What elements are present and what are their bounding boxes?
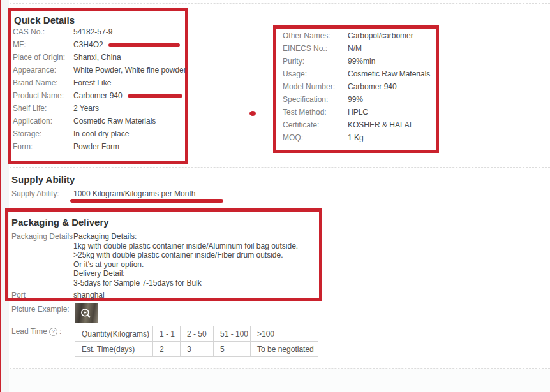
spec-row: Purity: 99%min bbox=[283, 55, 435, 68]
bottom-dashed-divider bbox=[10, 368, 550, 369]
red-dot-annotation bbox=[249, 111, 256, 116]
quick-details-right-rows: Other Names: Carbopol/carbomer EINECS No… bbox=[283, 29, 435, 144]
spec-value: Powder Form bbox=[73, 142, 119, 151]
spec-label: Purity: bbox=[283, 57, 348, 66]
spec-row: Certificate: KOSHER & HALAL bbox=[283, 119, 435, 131]
packaging-details-label: Packaging Details bbox=[11, 232, 73, 287]
spec-row: MF: C3H4O2 bbox=[13, 38, 182, 51]
table-cell: 51 - 100 bbox=[214, 326, 251, 342]
packaging-details-row: Packaging Details Packaging Details: 1kg… bbox=[11, 232, 298, 287]
table-cell: 2 bbox=[153, 342, 181, 357]
spec-label: Storage: bbox=[13, 129, 73, 138]
spec-label: Other Names: bbox=[283, 31, 348, 40]
table-cell: 5 bbox=[214, 342, 251, 357]
supply-ability-title: Supply Ability bbox=[11, 174, 75, 185]
spec-row: Model Number: Carbomer 940 bbox=[283, 80, 435, 93]
packaging-line: 1kg with double plastic container inside… bbox=[73, 242, 298, 251]
spec-label: Test Method: bbox=[283, 108, 348, 117]
spec-row: EINECS No.: N/M bbox=[283, 42, 435, 55]
packaging-delivery-annotation-box: Packaging & Delivery Packaging Details P… bbox=[5, 208, 322, 301]
spec-row: Brand Name: Forest Like bbox=[13, 76, 182, 89]
supply-ability-value: 1000 Kilogram/Kilograms per Month bbox=[73, 189, 195, 198]
spec-label: MF: bbox=[13, 40, 73, 49]
port-label: Port bbox=[11, 291, 73, 300]
picture-example-label: Picture Example: bbox=[11, 305, 70, 314]
table-cell: Quantity(Kilograms) bbox=[75, 326, 153, 342]
spec-value: 99%min bbox=[348, 57, 375, 66]
spec-value: In cool dry place bbox=[73, 129, 129, 138]
spec-label: EINECS No.: bbox=[283, 44, 348, 53]
packaging-delivery-title: Packaging & Delivery bbox=[11, 217, 109, 228]
question-icon[interactable]: ? bbox=[49, 328, 57, 336]
picture-example-thumbnail[interactable] bbox=[75, 303, 98, 323]
spec-value: Carbomer 940 bbox=[348, 82, 397, 91]
spec-row: CAS No.: 54182-57-9 bbox=[13, 25, 182, 38]
right-details-annotation-box: Other Names: Carbopol/carbomer EINECS No… bbox=[273, 25, 439, 153]
quick-details-title: Quick Details bbox=[14, 15, 75, 25]
spec-label: CAS No.: bbox=[13, 27, 73, 36]
spec-label: Product Name: bbox=[13, 91, 73, 100]
spec-value: 1 Kg bbox=[348, 133, 364, 142]
packaging-line: Delivery Detail: bbox=[73, 269, 298, 279]
red-underline-annotation bbox=[70, 199, 223, 203]
spec-label: Application: bbox=[13, 117, 73, 126]
spec-label: Shelf Life: bbox=[13, 104, 73, 113]
spec-value: 99% bbox=[348, 95, 363, 104]
port-value: shanghai bbox=[73, 291, 105, 300]
spec-label: Certificate: bbox=[283, 120, 348, 129]
red-marker-line bbox=[108, 43, 180, 47]
spec-row: Shelf Life: 2 Years bbox=[13, 102, 182, 115]
lead-time-header-row: Quantity(Kilograms) 1 - 1 2 - 50 51 - 10… bbox=[75, 326, 318, 342]
spec-label: Brand Name: bbox=[13, 78, 73, 87]
lead-time-table: Quantity(Kilograms) 1 - 1 2 - 50 51 - 10… bbox=[75, 326, 318, 357]
spec-label: Model Number: bbox=[283, 82, 348, 91]
spec-row: Form: Powder Form bbox=[13, 140, 182, 153]
packaging-line: >25kg with double plastic container insi… bbox=[73, 250, 298, 260]
bottom-band bbox=[9, 369, 550, 392]
lead-time-label: Lead Time bbox=[11, 327, 47, 336]
table-cell: 2 - 50 bbox=[181, 326, 214, 342]
table-cell: 3 bbox=[181, 342, 214, 357]
spec-row: Place of Origin: Shanxi, China bbox=[13, 51, 182, 64]
red-marker-line bbox=[128, 94, 182, 98]
lead-time-label-row: Lead Time ? : bbox=[11, 327, 61, 336]
quick-details-annotation-box: Quick Details CAS No.: 54182-57-9 MF: C3… bbox=[8, 8, 188, 164]
port-row: Port shanghai bbox=[11, 289, 105, 301]
spec-row: MOQ: 1 Kg bbox=[283, 131, 435, 144]
spec-label: Form: bbox=[13, 142, 73, 151]
spec-value: Shanxi, China bbox=[73, 53, 121, 62]
spec-value: White Powder, White fine powder bbox=[73, 66, 186, 75]
spec-row: Specification: 99% bbox=[283, 93, 435, 106]
spec-value: HPLC bbox=[348, 108, 368, 117]
top-dashed-divider bbox=[10, 3, 550, 4]
mid-dashed-divider bbox=[10, 167, 550, 168]
table-cell: >100 bbox=[251, 326, 318, 342]
lead-time-value-row: Est. Time(days) 2 3 5 To be negotiated bbox=[75, 342, 318, 357]
spec-value: 2 Years bbox=[73, 104, 99, 113]
spec-value: Forest Like bbox=[73, 78, 111, 87]
spec-value: C3H4O2 bbox=[73, 40, 103, 49]
supply-ability-row: Supply Ability: 1000 Kilogram/Kilograms … bbox=[11, 187, 279, 200]
spec-row: Product Name: Carbomer 940 bbox=[13, 89, 182, 102]
spec-row: Appearance: White Powder, White fine pow… bbox=[13, 64, 182, 76]
table-cell: 1 - 1 bbox=[153, 326, 181, 342]
spec-label: Appearance: bbox=[13, 66, 73, 75]
packaging-line: Packaging Details: bbox=[73, 232, 298, 242]
table-cell: Est. Time(days) bbox=[75, 342, 153, 357]
spec-row: Usage: Cosmetic Raw Materials bbox=[283, 68, 435, 80]
spec-label: MOQ: bbox=[283, 133, 348, 142]
spec-value: N/M bbox=[348, 44, 362, 53]
packaging-line: Or it's at your option. bbox=[73, 260, 298, 270]
spec-value: Carbomer 940 bbox=[73, 91, 123, 100]
spec-row: Application: Cosmetic Raw Materials bbox=[13, 115, 182, 127]
quick-details-left-rows: CAS No.: 54182-57-9 MF: C3H4O2 Place of … bbox=[13, 25, 182, 153]
spec-row: Other Names: Carbopol/carbomer bbox=[283, 29, 435, 42]
product-details-page: Quick Details CAS No.: 54182-57-9 MF: C3… bbox=[0, 0, 550, 392]
spec-value: KOSHER & HALAL bbox=[348, 120, 413, 129]
supply-ability-label: Supply Ability: bbox=[11, 189, 73, 198]
zoom-in-icon bbox=[80, 307, 93, 320]
spec-label: Place of Origin: bbox=[13, 53, 73, 62]
lead-time-colon: : bbox=[59, 327, 61, 336]
spec-row: Test Method: HPLC bbox=[283, 106, 435, 119]
spec-label: Usage: bbox=[283, 69, 348, 78]
